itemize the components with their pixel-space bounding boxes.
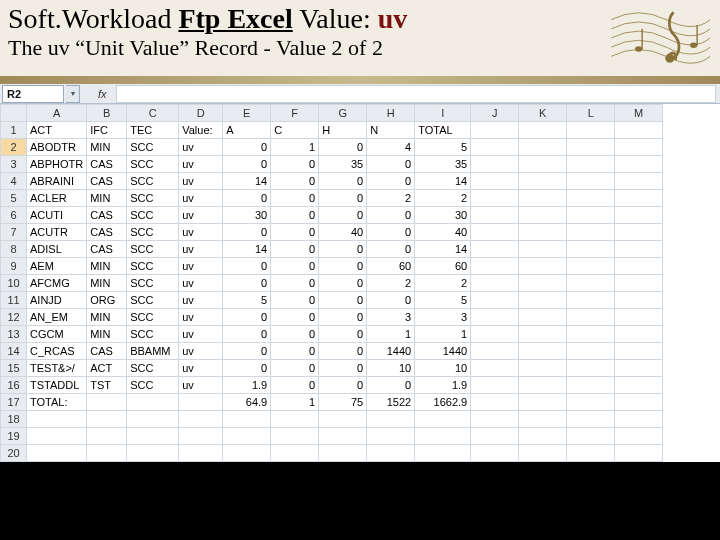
col-header-K[interactable]: K [519,105,567,122]
cell[interactable] [319,428,367,445]
cell[interactable] [471,360,519,377]
cell[interactable]: uv [179,360,223,377]
cell[interactable] [271,445,319,462]
cell[interactable]: ABRAINI [27,173,87,190]
cell[interactable]: MIN [87,309,127,326]
cell[interactable]: 14 [223,173,271,190]
cell[interactable] [615,394,663,411]
row-header[interactable]: 15 [1,360,27,377]
cell[interactable]: SCC [127,156,179,173]
cell[interactable] [223,445,271,462]
cell[interactable]: uv [179,139,223,156]
cell[interactable] [567,360,615,377]
cell[interactable]: ACUTR [27,224,87,241]
cell[interactable] [519,428,567,445]
cell[interactable]: 40 [415,224,471,241]
cell[interactable]: 1522 [367,394,415,411]
cell[interactable]: 1.9 [415,377,471,394]
select-all-corner[interactable] [1,105,27,122]
cell[interactable] [519,190,567,207]
cell[interactable]: SCC [127,241,179,258]
cell[interactable] [471,156,519,173]
cell[interactable] [179,394,223,411]
cell[interactable] [319,445,367,462]
cell[interactable] [471,122,519,139]
cell[interactable] [519,173,567,190]
cell[interactable]: 0 [223,343,271,360]
cell[interactable] [519,445,567,462]
cell[interactable]: ADISL [27,241,87,258]
cell[interactable]: 30 [223,207,271,224]
cell[interactable] [223,411,271,428]
cell[interactable]: 2 [415,275,471,292]
cell[interactable]: 0 [271,292,319,309]
cell[interactable] [415,411,471,428]
cell[interactable]: TOTAL: [27,394,87,411]
cell[interactable]: 0 [271,326,319,343]
cell[interactable]: 0 [319,326,367,343]
cell[interactable]: Value: [179,122,223,139]
cell[interactable] [519,275,567,292]
cell[interactable]: 0 [367,224,415,241]
cell[interactable] [567,156,615,173]
cell[interactable]: 5 [415,139,471,156]
cell[interactable] [127,394,179,411]
cell[interactable] [179,428,223,445]
cell[interactable] [471,275,519,292]
cell[interactable]: SCC [127,258,179,275]
col-header-E[interactable]: E [223,105,271,122]
cell[interactable] [567,122,615,139]
cell[interactable]: 0 [271,207,319,224]
cell[interactable]: 0 [367,207,415,224]
cell[interactable]: MIN [87,190,127,207]
cell[interactable]: MIN [87,275,127,292]
cell[interactable]: SCC [127,224,179,241]
cell[interactable]: 3 [415,309,471,326]
cell[interactable]: 0 [223,224,271,241]
cell[interactable] [519,207,567,224]
cell[interactable]: SCC [127,292,179,309]
cell[interactable] [615,377,663,394]
cell[interactable]: 1 [367,326,415,343]
cell[interactable] [367,411,415,428]
cell[interactable] [567,224,615,241]
cell[interactable]: 0 [319,190,367,207]
cell[interactable]: 1 [271,394,319,411]
cell[interactable] [471,394,519,411]
cell[interactable]: TEST&>/ [27,360,87,377]
cell[interactable]: 2 [415,190,471,207]
cell[interactable]: MIN [87,326,127,343]
row-header[interactable]: 16 [1,377,27,394]
cell[interactable]: 0 [319,275,367,292]
cell[interactable]: ABODTR [27,139,87,156]
cell[interactable]: uv [179,241,223,258]
column-headers[interactable]: ABCDEFGHIJKLM [1,105,663,122]
cell[interactable] [615,309,663,326]
cell[interactable] [567,173,615,190]
cell[interactable]: uv [179,207,223,224]
cell[interactable] [127,428,179,445]
col-header-C[interactable]: C [127,105,179,122]
cell[interactable]: SCC [127,309,179,326]
cell[interactable]: 5 [223,292,271,309]
cell[interactable] [519,326,567,343]
cell[interactable] [567,139,615,156]
cell[interactable] [615,190,663,207]
cell[interactable] [567,207,615,224]
cell[interactable]: MIN [87,139,127,156]
row-header[interactable]: 13 [1,326,27,343]
cell[interactable]: 0 [223,156,271,173]
cell[interactable] [519,394,567,411]
cell[interactable]: 0 [223,360,271,377]
cell[interactable]: 35 [319,156,367,173]
cell[interactable]: 2 [367,275,415,292]
cell[interactable]: CAS [87,207,127,224]
cell[interactable]: 0 [367,173,415,190]
cell[interactable]: 0 [319,377,367,394]
cell[interactable] [471,292,519,309]
cell[interactable] [223,428,271,445]
cell[interactable]: 0 [271,309,319,326]
cell[interactable]: uv [179,292,223,309]
cell[interactable]: 40 [319,224,367,241]
cell[interactable]: uv [179,224,223,241]
